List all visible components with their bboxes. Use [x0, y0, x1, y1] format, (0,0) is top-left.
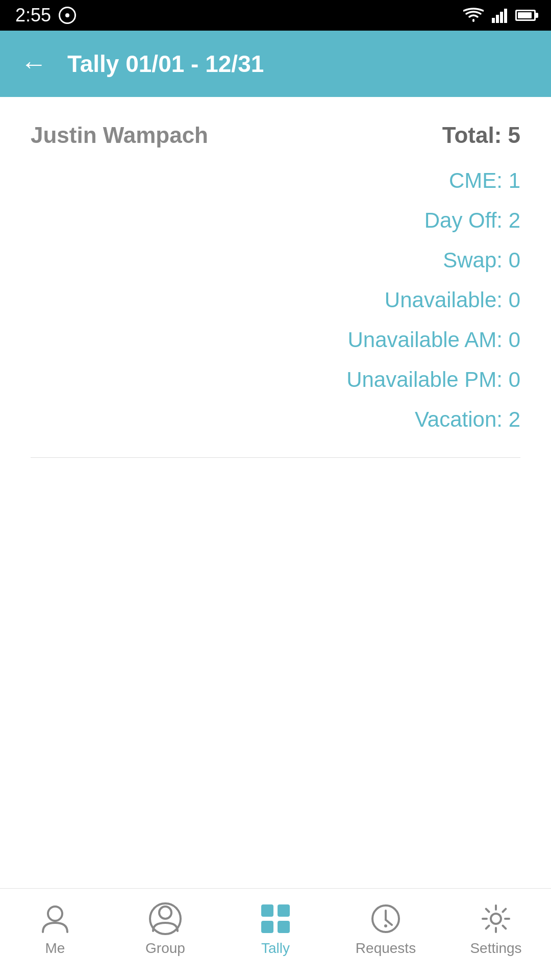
- nav-label-settings: Settings: [470, 940, 521, 957]
- tally-icon: [259, 902, 292, 935]
- svg-rect-3: [504, 9, 507, 23]
- svg-point-4: [48, 906, 62, 921]
- nav-item-group[interactable]: Group: [110, 902, 220, 957]
- requests-icon: [369, 902, 402, 935]
- notification-dot-icon: [59, 7, 76, 24]
- svg-line-13: [386, 920, 392, 925]
- nav-label-group: Group: [145, 940, 185, 957]
- header: ← Tally 01/01 - 12/31: [0, 31, 551, 97]
- stat-item: CME: 1: [449, 168, 520, 193]
- person-name: Justin Wampach: [31, 122, 208, 148]
- svg-rect-2: [500, 12, 503, 23]
- divider: [31, 457, 520, 458]
- battery-icon: [515, 10, 536, 21]
- settings-icon: [480, 902, 512, 935]
- status-bar: 2:55: [0, 0, 551, 31]
- header-title: Tally 01/01 - 12/31: [67, 50, 264, 78]
- signal-icon: [492, 8, 507, 23]
- stat-item: Vacation: 2: [415, 407, 520, 432]
- svg-rect-8: [278, 904, 290, 917]
- me-icon: [39, 902, 71, 935]
- nav-item-settings[interactable]: Settings: [441, 902, 551, 957]
- total-value: Total: 5: [442, 122, 520, 148]
- nav-label-requests: Requests: [356, 940, 416, 957]
- nav-item-me[interactable]: Me: [0, 902, 110, 957]
- stat-item: Unavailable PM: 0: [346, 368, 520, 392]
- nav-label-me: Me: [45, 940, 65, 957]
- svg-point-15: [491, 914, 501, 924]
- stat-item: Unavailable AM: 0: [347, 328, 520, 352]
- bottom-nav: Me Group Tally Requests Settings: [0, 888, 551, 980]
- nav-item-tally[interactable]: Tally: [220, 902, 331, 957]
- status-icons: [463, 8, 536, 23]
- status-time: 2:55: [15, 5, 51, 26]
- svg-rect-10: [278, 921, 290, 933]
- stat-item: Swap: 0: [443, 248, 520, 273]
- svg-rect-9: [261, 921, 273, 933]
- svg-rect-0: [492, 18, 495, 23]
- back-button[interactable]: ←: [20, 51, 47, 77]
- stats-container: CME: 1Day Off: 2Swap: 0Unavailable: 0Una…: [31, 168, 520, 432]
- svg-point-14: [384, 924, 387, 927]
- main-content: Justin Wampach Total: 5 CME: 1Day Off: 2…: [0, 97, 551, 458]
- wifi-icon: [463, 8, 484, 23]
- svg-rect-1: [496, 15, 499, 23]
- group-icon: [149, 902, 182, 935]
- nav-item-requests[interactable]: Requests: [331, 902, 441, 957]
- stat-item: Unavailable: 0: [385, 288, 520, 312]
- stat-item: Day Off: 2: [424, 208, 520, 233]
- svg-rect-7: [261, 904, 273, 917]
- nav-label-tally: Tally: [261, 940, 290, 957]
- person-total-row: Justin Wampach Total: 5: [31, 122, 520, 148]
- svg-point-5: [159, 906, 171, 919]
